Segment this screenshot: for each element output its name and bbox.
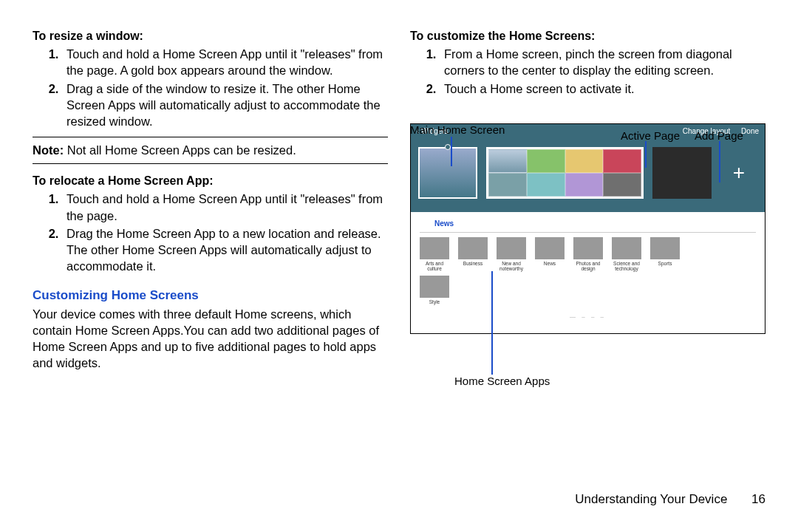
relocate-heading: To relocate a Home Screen App: [33, 174, 388, 188]
active-page-thumb[interactable] [486, 147, 644, 199]
ann-active-page: Active Page [621, 129, 680, 142]
resize-heading: To resize a window: [33, 30, 388, 43]
right-column: To customize the Home Screens: From a Ho… [410, 30, 765, 372]
customize-steps: From a Home screen, pinch the screen fro… [410, 46, 765, 97]
widget-tile[interactable]: Photos and design [573, 237, 603, 271]
divider [33, 163, 388, 164]
left-column: To resize a window: Touch and hold a Hom… [33, 30, 388, 372]
chapter-title: Understanding Your Device [575, 492, 727, 506]
widget-tile[interactable]: Science and technology [612, 237, 641, 271]
resize-steps: Touch and hold a Home Screen App until i… [33, 46, 388, 129]
home-indicator-icon [445, 144, 451, 150]
add-page-button[interactable]: + [720, 147, 757, 199]
resize-step-1: Touch and hold a Home Screen App until i… [62, 46, 388, 79]
main-home-thumb[interactable] [418, 147, 477, 199]
relocate-steps: Touch and hold a Home Screen App until i… [33, 191, 388, 274]
relocate-step-1: Touch and hold a Home Screen App until i… [62, 191, 388, 224]
page-indicator: — – – – [420, 313, 756, 320]
widget-tile[interactable]: Style [420, 276, 449, 304]
page-thumb[interactable] [652, 147, 712, 199]
widget-tile[interactable]: News [535, 237, 565, 271]
page-number: 16 [751, 492, 765, 506]
divider [33, 137, 388, 137]
customizing-title: Customizing Home Screens [33, 288, 388, 303]
figure-wrap: Main Home Screen Active Page Add Page ‹ … [410, 123, 765, 334]
callout-line [491, 271, 493, 375]
customize-step-1: From a Home screen, pinch the screen fro… [440, 46, 765, 79]
customize-heading: To customize the Home Screens: [410, 30, 765, 43]
customize-step-2: Touch a Home screen to activate it. [440, 81, 765, 97]
plus-icon: + [733, 161, 745, 185]
news-category-label: News [420, 218, 756, 233]
ann-main-home-screen: Main Home Screen [410, 123, 505, 136]
widget-tile[interactable]: Business [458, 237, 488, 271]
callout-line [719, 141, 720, 183]
customizing-body: Your device comes with three default Hom… [33, 306, 388, 372]
widget-tile[interactable]: New and noteworthy [497, 237, 526, 271]
resize-note: Note: Not all Home Screen Apps can be re… [33, 143, 388, 157]
widget-tile[interactable]: Arts and culture [420, 237, 449, 271]
page-thumbnails: + [411, 138, 765, 212]
ann-add-page: Add Page [695, 129, 743, 142]
relocate-step-2: Drag the Home Screen App to a new locati… [62, 225, 388, 275]
done-button[interactable]: Done [741, 127, 759, 135]
callout-line [645, 141, 647, 168]
widget-gallery: News Arts and culture Business New and n… [411, 212, 765, 333]
widget-row-2: Style [420, 276, 756, 304]
widget-row-1: Arts and culture Business New and notewo… [420, 237, 756, 271]
resize-step-2: Drag a side of the window to resize it. … [62, 81, 388, 130]
home-screen-figure: ‹ Widgets Change layout Done + News [410, 123, 765, 334]
callout-line [451, 137, 452, 166]
widget-tile[interactable]: Sports [650, 237, 680, 271]
ann-home-screen-apps: Home Screen Apps [454, 375, 550, 387]
page-footer: Understanding Your Device 16 [575, 492, 765, 507]
